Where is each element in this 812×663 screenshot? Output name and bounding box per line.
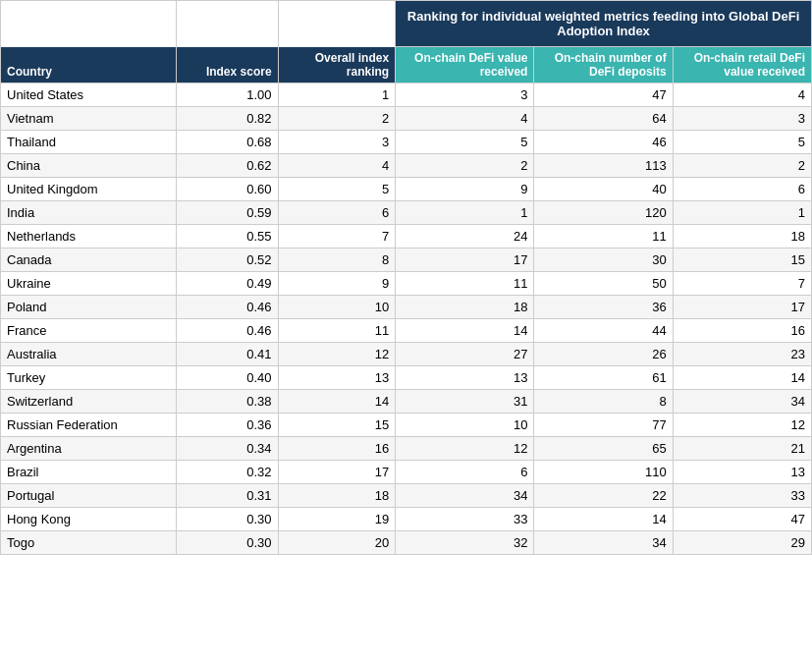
table-row: Portugal0.3118342233 xyxy=(1,484,812,508)
table-cell: 23 xyxy=(673,343,811,366)
table-row: United Kingdom0.6059406 xyxy=(1,178,812,201)
table-cell: 0.46 xyxy=(177,319,278,343)
table-row: France0.4611144416 xyxy=(1,319,812,343)
table-cell: 16 xyxy=(673,319,811,343)
table-cell: 0.55 xyxy=(177,225,278,249)
table-cell: 3 xyxy=(278,131,396,154)
table-cell: 10 xyxy=(396,414,534,437)
table-cell: 14 xyxy=(534,508,673,531)
table-row: Canada0.528173015 xyxy=(1,249,812,272)
table-cell: Turkey xyxy=(1,366,177,390)
col-header-onchain-retail: On-chain retail DeFi value received xyxy=(673,47,811,83)
table-row: Thailand0.6835465 xyxy=(1,131,812,154)
table-cell: United States xyxy=(1,83,177,107)
table-cell: 24 xyxy=(396,225,534,249)
table-cell: Hong Kong xyxy=(1,508,177,531)
table-cell: 0.30 xyxy=(177,508,278,531)
col-header-onchain-defi: On-chain DeFi value received xyxy=(396,47,534,83)
table-cell: 47 xyxy=(534,83,673,107)
table-cell: 33 xyxy=(396,508,534,531)
table-row: Netherlands0.557241118 xyxy=(1,225,812,249)
table-cell: 26 xyxy=(534,343,673,366)
table-cell: 20 xyxy=(278,531,396,555)
table-body: United States1.0013474Vietnam0.8224643Th… xyxy=(1,83,812,555)
table-cell: 0.32 xyxy=(177,461,278,484)
table-cell: 6 xyxy=(673,178,811,201)
table-cell: 5 xyxy=(673,131,811,154)
table-cell: 16 xyxy=(278,437,396,461)
table-cell: 12 xyxy=(673,414,811,437)
table-cell: 3 xyxy=(673,107,811,131)
table-cell: Portugal xyxy=(1,484,177,508)
table-cell: 6 xyxy=(396,461,534,484)
table-cell: Switzerland xyxy=(1,390,177,414)
table-cell: 36 xyxy=(534,296,673,319)
table-cell: 31 xyxy=(396,390,534,414)
table-row: Hong Kong0.3019331447 xyxy=(1,508,812,531)
table-cell: China xyxy=(1,154,177,178)
table-cell: 50 xyxy=(534,272,673,296)
table-cell: 33 xyxy=(673,484,811,508)
table-cell: Ukraine xyxy=(1,272,177,296)
table-cell: 65 xyxy=(534,437,673,461)
table-cell: 12 xyxy=(396,437,534,461)
table-row: Ukraine0.49911507 xyxy=(1,272,812,296)
table-cell: United Kingdom xyxy=(1,178,177,201)
table-cell: 9 xyxy=(278,272,396,296)
table-cell: 13 xyxy=(278,366,396,390)
table-cell: 40 xyxy=(534,178,673,201)
table-row: Brazil0.3217611013 xyxy=(1,461,812,484)
table-cell: 27 xyxy=(396,343,534,366)
table-cell: 10 xyxy=(278,296,396,319)
table-cell: Netherlands xyxy=(1,225,177,249)
table-cell: 2 xyxy=(278,107,396,131)
table-cell: 13 xyxy=(673,461,811,484)
table-cell: 113 xyxy=(534,154,673,178)
table-cell: 18 xyxy=(396,296,534,319)
table-cell: 4 xyxy=(278,154,396,178)
table-cell: 5 xyxy=(396,131,534,154)
table-cell: 17 xyxy=(396,249,534,272)
header-empty-overall xyxy=(278,1,396,47)
table-cell: 34 xyxy=(534,531,673,555)
table-cell: 18 xyxy=(278,484,396,508)
ranking-title: Ranking for individual weighted metrics … xyxy=(396,1,812,47)
table-cell: 22 xyxy=(534,484,673,508)
table-cell: 7 xyxy=(278,225,396,249)
table-cell: 11 xyxy=(278,319,396,343)
table-cell: 8 xyxy=(534,390,673,414)
header-empty-country xyxy=(1,1,177,47)
table-cell: 0.59 xyxy=(177,201,278,225)
table-cell: Thailand xyxy=(1,131,177,154)
table-cell: 77 xyxy=(534,414,673,437)
table-cell: 34 xyxy=(396,484,534,508)
table-cell: Togo xyxy=(1,531,177,555)
table-cell: Australia xyxy=(1,343,177,366)
table-cell: 32 xyxy=(396,531,534,555)
table-cell: 17 xyxy=(278,461,396,484)
table-cell: 13 xyxy=(396,366,534,390)
table-cell: 0.82 xyxy=(177,107,278,131)
table-cell: 0.34 xyxy=(177,437,278,461)
table-cell: 11 xyxy=(396,272,534,296)
col-header-overall: Overall index ranking xyxy=(278,47,396,83)
table-cell: Brazil xyxy=(1,461,177,484)
table-cell: 0.36 xyxy=(177,414,278,437)
col-header-onchain-number: On-chain number of DeFi deposits xyxy=(534,47,673,83)
table-cell: 34 xyxy=(673,390,811,414)
table-cell: 14 xyxy=(673,366,811,390)
table-row: Turkey0.4013136114 xyxy=(1,366,812,390)
table-cell: Canada xyxy=(1,249,177,272)
table-cell: 0.52 xyxy=(177,249,278,272)
table-row: China0.62421132 xyxy=(1,154,812,178)
table-cell: 0.68 xyxy=(177,131,278,154)
table-cell: 3 xyxy=(396,83,534,107)
table-cell: 14 xyxy=(278,390,396,414)
table-cell: 30 xyxy=(534,249,673,272)
table-cell: Vietnam xyxy=(1,107,177,131)
table-cell: 0.49 xyxy=(177,272,278,296)
table-row: Switzerland0.381431834 xyxy=(1,390,812,414)
table-row: Vietnam0.8224643 xyxy=(1,107,812,131)
table-cell: 12 xyxy=(278,343,396,366)
table-cell: 4 xyxy=(673,83,811,107)
